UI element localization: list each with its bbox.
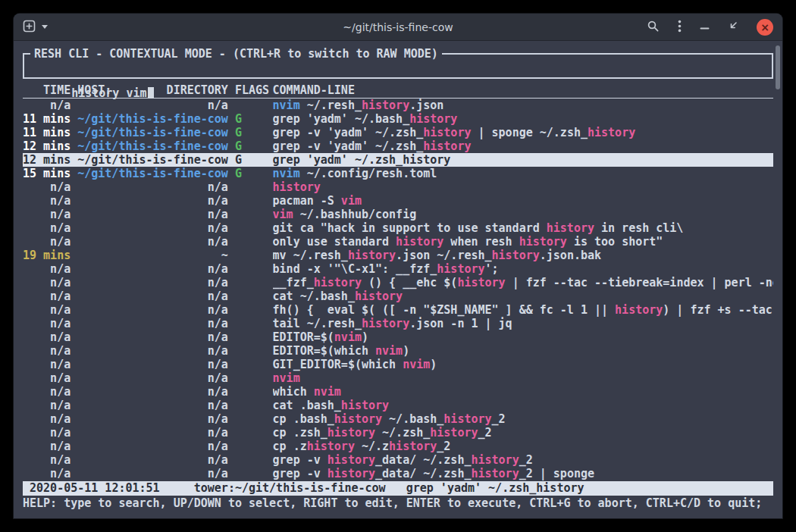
search-button[interactable] [647, 20, 660, 35]
table-row[interactable]: 11 mins~/git/this-is-fine-cowGgrep 'yadm… [23, 112, 773, 126]
table-row[interactable]: n/an/awhich nvim [23, 385, 773, 399]
row-time: n/a [23, 303, 71, 317]
row-command: nvim ~/.config/resh.toml [273, 167, 773, 180]
cmd-segment: history [615, 303, 663, 317]
row-directory: ~/git/this-is-fine-cow [77, 139, 228, 153]
table-row[interactable]: n/an/abind -x '"\C-x1": __fzf_history'; [23, 262, 773, 276]
row-directory: n/a [77, 235, 228, 249]
table-row[interactable]: n/an/aGIT_EDITOR=$(which nvim) [23, 358, 773, 371]
cmd-segment: fh() { eval $( ([ -n "$ZSH_NAME" ] && fc… [273, 303, 616, 317]
new-tab-button[interactable] [23, 20, 36, 35]
row-time: n/a [23, 194, 71, 208]
row-flags [235, 330, 269, 344]
table-row[interactable]: n/an/aEDITOR=$(which nvim) [23, 344, 773, 358]
cmd-segment: nvim [334, 330, 362, 344]
row-time: n/a [23, 317, 71, 330]
table-row[interactable]: n/an/acp .zhistory ~/.zhistory_2 [23, 440, 773, 453]
row-flags: G [235, 167, 269, 180]
cmd-segment: history [273, 180, 321, 194]
close-button[interactable]: × [757, 19, 773, 36]
cmd-segment: _data/ ~/.zsh_ [375, 453, 471, 467]
resh-search-box[interactable]: RESH CLI - CONTEXTUAL MODE - (CTRL+R to … [23, 53, 773, 79]
table-row[interactable]: n/an/a__fzf_history () { __ehc $(history… [23, 276, 773, 289]
restore-button[interactable] [728, 20, 738, 33]
header-command: COMMAND-LINE [273, 83, 773, 98]
search-query[interactable]: history vim [71, 86, 146, 100]
cmd-segment: bind -x '"\C-x1": __fzf_ [273, 262, 437, 276]
cmd-segment: in resh cli\ [594, 221, 683, 235]
cmd-segment: cp .bash_ [273, 412, 334, 426]
cmd-segment: grep -v 'yadm' ~/.zsh_ [273, 139, 424, 153]
table-row[interactable]: n/an/anvim [23, 371, 773, 385]
cmd-segment: ) [430, 358, 437, 371]
cmd-segment: pacman -S [273, 194, 341, 208]
row-command: history [273, 180, 773, 194]
row-time: n/a [23, 399, 71, 412]
table-row[interactable]: n/an/atail ~/.resh_history.json -n 1 | j… [23, 317, 773, 330]
cmd-segment: which [273, 385, 314, 399]
table-row[interactable]: n/an/afh() { eval $( ([ -n "$ZSH_NAME" ]… [23, 303, 773, 317]
row-directory: n/a [77, 317, 228, 330]
cmd-segment: vim [341, 194, 362, 208]
row-time: n/a [23, 330, 71, 344]
table-row[interactable]: 19 mins~mv ~/.resh_history.json ~/.resh_… [23, 249, 773, 262]
row-flags [235, 303, 269, 317]
row-directory: n/a [77, 399, 228, 412]
row-flags [235, 249, 269, 262]
cmd-segment: history [362, 99, 409, 112]
cmd-segment: ~/.bashhub/config [293, 208, 417, 221]
kebab-vertical-icon [678, 20, 682, 35]
row-directory: n/a [77, 262, 228, 276]
row-flags [235, 385, 269, 399]
table-row[interactable]: n/an/ahistory [23, 180, 773, 194]
row-time: n/a [23, 453, 71, 467]
table-row[interactable]: n/an/agrep -v history_data/ ~/.zsh_histo… [23, 467, 773, 480]
table-row[interactable]: n/an/apacman -S vim [23, 194, 773, 208]
row-command: tail ~/.resh_history.json -n 1 | jq [273, 317, 773, 330]
row-command: cp .zhistory ~/.zhistory_2 [273, 440, 773, 453]
table-row[interactable]: n/an/anvim ~/.resh_history.json [23, 99, 773, 112]
row-time: n/a [23, 221, 71, 235]
cmd-segment: vim [273, 208, 293, 221]
row-directory: n/a [77, 99, 228, 112]
table-row[interactable]: n/an/acp .bash_history ~/.bash_history_2 [23, 412, 773, 426]
cmd-segment: ) [362, 330, 368, 344]
tab-dropdown-button[interactable] [42, 25, 48, 29]
table-row[interactable]: 15 mins~/git/this-is-fine-cowGnvim ~/.co… [23, 167, 773, 180]
table-row[interactable]: n/an/aEDITOR=$(nvim) [23, 330, 773, 344]
row-time: n/a [23, 426, 71, 440]
row-time: 12 mins [23, 153, 71, 167]
cmd-segment: history [547, 221, 594, 235]
plus-square-icon [23, 20, 36, 35]
magnifier-icon [647, 20, 660, 35]
minimize-button[interactable] [700, 21, 710, 33]
cmd-segment: history [457, 276, 505, 289]
table-row[interactable]: n/an/agrep -v history_data/ ~/.zsh_histo… [23, 453, 773, 467]
cmd-segment: only use standard [273, 235, 396, 249]
cmd-segment: cat .bash_ [273, 399, 341, 412]
row-time: n/a [23, 262, 71, 276]
table-row[interactable]: n/an/aonly use standard history when res… [23, 235, 773, 249]
row-flags [235, 426, 269, 440]
scrollbar-thumb[interactable] [776, 45, 780, 89]
table-row[interactable]: 12 mins~/git/this-is-fine-cowGgrep -v 'y… [23, 139, 773, 153]
row-directory: n/a [77, 303, 228, 317]
cmd-segment: _data/ ~/.zsh_ [375, 467, 471, 480]
cmd-segment: history [430, 426, 478, 440]
table-row[interactable]: n/an/acat .bash_history [23, 399, 773, 412]
table-row[interactable]: n/an/agit ca "hack in support to use sta… [23, 221, 773, 235]
cmd-segment: EDITOR=$(which [273, 344, 375, 358]
row-flags: G [235, 139, 269, 153]
cmd-segment: .json -n 1 | jq [409, 317, 512, 330]
row-command: which nvim [273, 385, 773, 399]
table-row[interactable]: 11 mins~/git/this-is-fine-cowGgrep -v 'y… [23, 126, 773, 139]
table-row[interactable]: 12 mins~/git/this-is-fine-cowGgrep 'yadm… [23, 153, 773, 167]
table-row[interactable]: n/an/acat ~/.bash_history [23, 289, 773, 303]
menu-button[interactable] [678, 20, 682, 35]
row-directory: n/a [77, 358, 228, 371]
header-flags: FLAGS [235, 83, 269, 98]
titlebar[interactable]: ~/git/this-is-fine-cow [14, 14, 782, 41]
row-directory: n/a [77, 385, 228, 399]
table-row[interactable]: n/an/acp .zsh_history ~/.zsh_history_2 [23, 426, 773, 440]
table-row[interactable]: n/an/avim ~/.bashhub/config [23, 208, 773, 221]
